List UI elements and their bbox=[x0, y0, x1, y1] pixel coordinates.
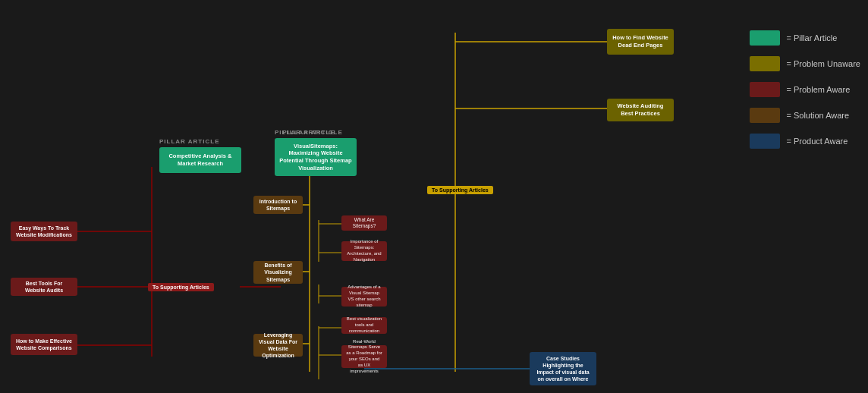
auditing-node[interactable]: Website Auditing Best Practices bbox=[607, 99, 674, 121]
what-node[interactable]: What Are Sitemaps? bbox=[341, 215, 387, 231]
legend-item-problem-unaware: = Problem Unaware bbox=[750, 56, 860, 71]
legend-item-pillar: = Pillar Article bbox=[750, 30, 860, 46]
legend-swatch-solution-aware bbox=[750, 108, 780, 123]
legend: = Pillar Article = Problem Unaware = Pro… bbox=[750, 30, 860, 149]
pillar2-node[interactable]: Competitive Analysis & Market Research bbox=[159, 147, 241, 173]
canvas: PILLAR ARTICLE PILLAR ARTICLE VisualSite… bbox=[0, 0, 868, 393]
supporting-articles-label-2: To Supporting Articles bbox=[148, 283, 214, 291]
case-studies-node[interactable]: Case Studies Highlighting the Impact of … bbox=[530, 352, 596, 385]
advantages-node[interactable]: Advantages of a Visual Sitemap VS other … bbox=[341, 287, 387, 307]
best-vis-node[interactable]: Best visualization tools and communicati… bbox=[341, 317, 387, 334]
track-node[interactable]: Easy Ways To Track Website Modifications bbox=[11, 222, 77, 241]
supporting-articles-label-1: To Supporting Articles bbox=[427, 186, 493, 194]
pillar-label-2-text: PILLAR ARTICLE bbox=[159, 138, 219, 145]
legend-label-product-aware: = Product Aware bbox=[786, 137, 848, 146]
legend-item-solution-aware: = Solution Aware bbox=[750, 108, 860, 123]
realworld-node[interactable]: Real-World Sitemaps Serve as a Roadmap f… bbox=[341, 345, 387, 368]
leveraging-node[interactable]: Leveraging Visual Data For Website Optim… bbox=[253, 334, 303, 357]
connections-svg bbox=[0, 0, 868, 393]
legend-item-problem-aware: = Problem Aware bbox=[750, 82, 860, 97]
dead-end-node[interactable]: How to Find Website Dead End Pages bbox=[607, 29, 674, 55]
intro-node[interactable]: Introduction to Sitemaps bbox=[253, 196, 303, 214]
tools-node[interactable]: Best Tools For Website Audits bbox=[11, 278, 77, 296]
legend-item-product-aware: = Product Aware bbox=[750, 134, 860, 149]
legend-label-solution-aware: = Solution Aware bbox=[786, 111, 849, 120]
main-pillar-node[interactable]: VisualSitemaps: Maximizing Website Poten… bbox=[275, 138, 357, 176]
importance-node[interactable]: Importance of Sitemaps: Architecture, an… bbox=[341, 241, 387, 261]
compare-node[interactable]: How to Make Effective Website Comparison… bbox=[11, 334, 77, 355]
legend-swatch-problem-unaware bbox=[750, 56, 780, 71]
legend-swatch-pillar bbox=[750, 30, 780, 46]
legend-label-problem-unaware: = Problem Unaware bbox=[786, 59, 860, 68]
legend-swatch-product-aware bbox=[750, 134, 780, 149]
legend-label-problem-aware: = Problem Aware bbox=[786, 85, 850, 94]
benefits-node[interactable]: Benefits of Visualizing Sitemaps bbox=[253, 261, 303, 284]
legend-swatch-problem-aware bbox=[750, 82, 780, 97]
pillar-label-main-text: PILLAR ARTICLE bbox=[275, 129, 335, 136]
legend-label-pillar: = Pillar Article bbox=[786, 33, 837, 42]
